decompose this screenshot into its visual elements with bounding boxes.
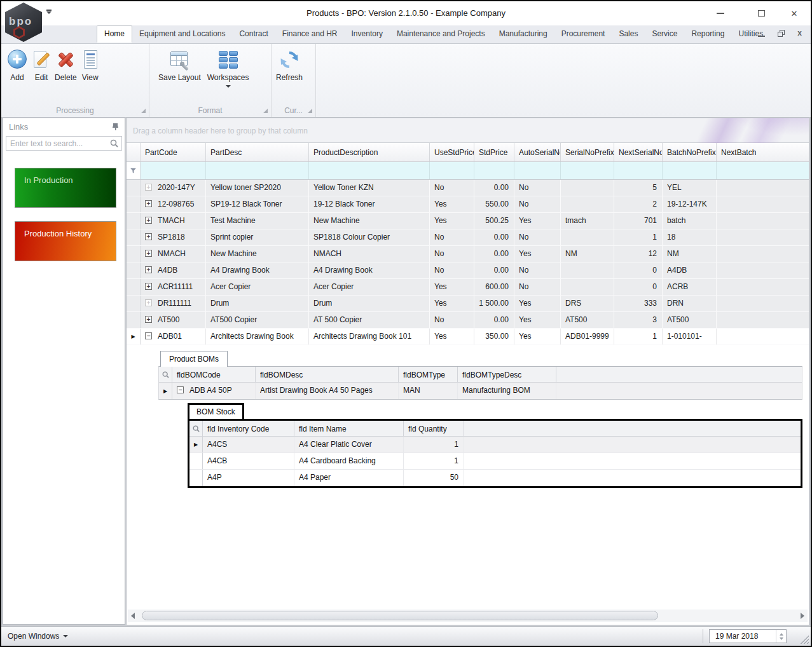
cell-fld-quantity[interactable]: 50: [404, 470, 464, 486]
cell-nextserialno[interactable]: 1: [614, 229, 663, 245]
cell-productdescription[interactable]: AT 500 Copier: [309, 312, 430, 328]
ribbon-tab-service[interactable]: Service: [645, 25, 684, 41]
refresh-button[interactable]: Refresh: [276, 48, 303, 82]
ribbon-tab-maintenance-and-projects[interactable]: Maintenance and Projects: [390, 25, 492, 41]
cell-nextserialno[interactable]: 1: [614, 329, 663, 344]
ribbon-tab-contract[interactable]: Contract: [232, 25, 275, 41]
filter-cell-partdesc[interactable]: [206, 162, 309, 179]
cell-usestdprice[interactable]: No: [430, 180, 474, 196]
table-row[interactable]: +A4DBA4 Drawing BookA4 Drawing BookNo0.0…: [127, 262, 809, 279]
cell-productdescription[interactable]: Drum: [309, 296, 430, 311]
grid-search-icon-cell[interactable]: [189, 421, 203, 436]
cell-partdesc[interactable]: Yellow toner SP2020: [206, 180, 309, 196]
add-button[interactable]: Add: [6, 48, 28, 82]
table-row[interactable]: +NMACHNew MachineNMACHNo0.00YesNM12NM: [127, 246, 809, 262]
column-header-stdprice[interactable]: StdPrice: [474, 143, 514, 161]
links-search-input[interactable]: [6, 137, 121, 150]
dialog-launcher-icon[interactable]: [263, 109, 268, 113]
delete-button[interactable]: Delete: [55, 48, 77, 82]
cell-serialnoprefix[interactable]: [561, 196, 614, 212]
cell-stdprice[interactable]: 550.00: [474, 196, 514, 212]
cell-autoserialno[interactable]: No: [514, 229, 561, 245]
cell-partcode[interactable]: +NMACH: [141, 246, 206, 262]
ribbon-tab-reporting[interactable]: Reporting: [684, 25, 731, 41]
cell-partcode[interactable]: +ACR11111: [141, 279, 206, 295]
view-button[interactable]: View: [79, 48, 101, 82]
cell-partdesc[interactable]: A4 Drawing Book: [206, 262, 309, 278]
cell-nextserialno[interactable]: 3: [614, 312, 663, 328]
tab-product-boms[interactable]: Product BOMs: [160, 351, 228, 367]
cell-partcode[interactable]: +TMACH: [141, 213, 206, 229]
filter-cell-productdescription[interactable]: [309, 162, 430, 179]
cell-nextbatch[interactable]: [717, 329, 809, 344]
column-header-fld-item-name[interactable]: fld Item Name: [294, 421, 404, 436]
cell-usestdprice[interactable]: No: [430, 229, 474, 245]
grid-search-icon-cell[interactable]: [159, 367, 172, 382]
filter-cell-batchnoprefix[interactable]: [663, 162, 717, 179]
cell-productdescription[interactable]: Acer Copier: [309, 279, 430, 295]
cell-nextbatch[interactable]: [717, 180, 809, 196]
cell-usestdprice[interactable]: Yes: [430, 196, 474, 212]
ribbon-tab-procurement[interactable]: Procurement: [554, 25, 612, 41]
cell-fld-inventory-code[interactable]: A4P: [203, 470, 294, 486]
dialog-launcher-icon[interactable]: [141, 109, 146, 113]
cell-usestdprice[interactable]: No: [430, 312, 474, 328]
cell-partcode[interactable]: −ADB01: [141, 329, 206, 344]
filter-cell-nextserialno[interactable]: [614, 162, 663, 179]
cell-usestdprice[interactable]: Yes: [430, 279, 474, 295]
cell-fldbomcode[interactable]: −ADB A4 50P: [172, 383, 256, 399]
ribbon-tab-home[interactable]: Home: [97, 25, 132, 43]
table-row[interactable]: A4PA4 Paper50: [189, 470, 801, 486]
mdi-close-icon[interactable]: x: [797, 30, 802, 37]
search-icon[interactable]: [110, 139, 118, 147]
table-row[interactable]: +2020-147YYellow toner SP2020Yellow Tone…: [127, 180, 809, 196]
cell-usestdprice[interactable]: Yes: [430, 296, 474, 311]
cell-partcode[interactable]: +2020-147Y: [141, 180, 206, 196]
cell-nextbatch[interactable]: [717, 296, 809, 311]
cell-autoserialno[interactable]: No: [514, 262, 561, 278]
expand-icon[interactable]: +: [145, 184, 152, 191]
cell-partdesc[interactable]: New Machine: [206, 246, 309, 262]
table-row[interactable]: ▶−ADB01Architects Drawing BookArchitects…: [127, 329, 809, 345]
column-header-fldbomtypedesc[interactable]: fldBOMTypeDesc: [458, 367, 556, 382]
cell-stdprice[interactable]: 0.00: [474, 246, 514, 262]
cell-stdprice[interactable]: 0.00: [474, 229, 514, 245]
cell-serialnoprefix[interactable]: NM: [561, 246, 614, 262]
cell-batchnoprefix[interactable]: 18: [663, 229, 717, 245]
column-header-fld-quantity[interactable]: fld Quantity: [404, 421, 464, 436]
cell-partcode[interactable]: +AT500: [141, 312, 206, 328]
table-row[interactable]: +DR111111DrumDrumYes1 500.00YesDRS333DRN: [127, 296, 809, 312]
mdi-minimize-icon[interactable]: [758, 36, 765, 37]
table-row[interactable]: ▶−ADB A4 50PArtist Drawing Book A4 50 Pa…: [159, 383, 802, 399]
table-row[interactable]: +AT500AT500 CopierAT 500 CopierNo0.00Yes…: [127, 312, 809, 329]
collapse-icon[interactable]: −: [177, 386, 184, 393]
cell-batchnoprefix[interactable]: DRN: [663, 296, 717, 311]
cell-batchnoprefix[interactable]: NM: [663, 246, 717, 262]
cell-fld-quantity[interactable]: 1: [404, 453, 464, 469]
spin-down-icon[interactable]: [780, 637, 783, 640]
cell-fld-item-name[interactable]: A4 Paper: [294, 470, 404, 486]
cell-nextbatch[interactable]: [717, 229, 809, 245]
cell-serialnoprefix[interactable]: [561, 229, 614, 245]
cell-serialnoprefix[interactable]: [561, 262, 614, 278]
cell-partcode[interactable]: +DR111111: [141, 296, 206, 311]
cell-fld-inventory-code[interactable]: A4CS: [203, 437, 294, 453]
cell-fldbomtype[interactable]: MAN: [399, 383, 458, 399]
table-row[interactable]: A4CBA4 Cardboard Backing1: [189, 453, 801, 470]
ribbon-tab-inventory[interactable]: Inventory: [345, 25, 390, 41]
cell-usestdprice[interactable]: No: [430, 262, 474, 278]
cell-fldbomtypedesc[interactable]: Manufacturing BOM: [458, 383, 556, 399]
expand-icon[interactable]: +: [145, 316, 152, 323]
column-header-partcode[interactable]: PartCode: [141, 143, 206, 161]
cell-stdprice[interactable]: 1 500.00: [474, 296, 514, 311]
filter-cell-partcode[interactable]: [141, 162, 206, 179]
cell-batchnoprefix[interactable]: 19-12-147K: [663, 196, 717, 212]
cell-serialnoprefix[interactable]: [561, 279, 614, 295]
group-by-band[interactable]: Drag a column header here to group by th…: [127, 118, 809, 143]
expand-icon[interactable]: +: [145, 250, 152, 257]
scroll-right-icon[interactable]: [801, 613, 804, 619]
cell-partdesc[interactable]: Architects Drawing Book: [206, 329, 309, 344]
cell-batchnoprefix[interactable]: A4DB: [663, 262, 717, 278]
cell-batchnoprefix[interactable]: YEL: [663, 180, 717, 196]
column-header-autoserialno[interactable]: AutoSerialNo: [514, 143, 561, 161]
